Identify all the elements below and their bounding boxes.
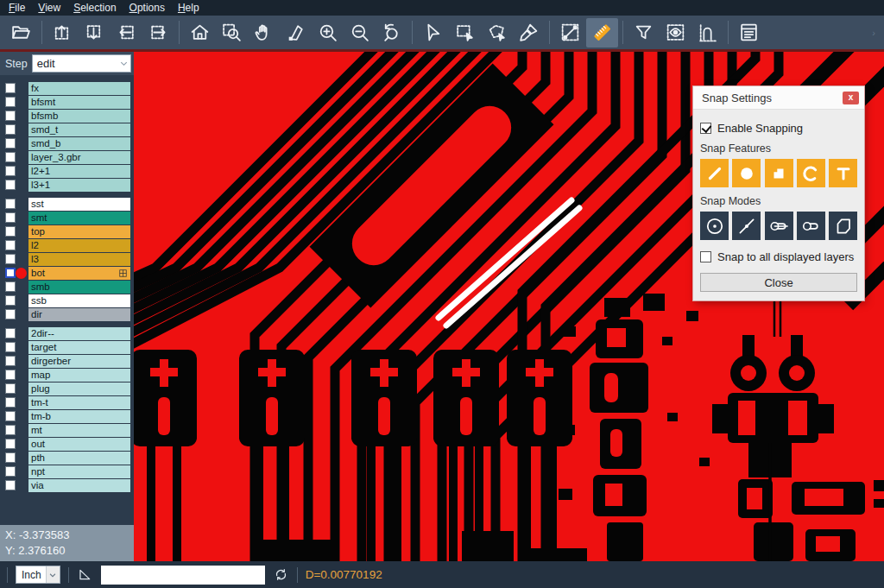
close-icon[interactable]: x [843,92,859,104]
layer-label[interactable]: tm-b [28,410,130,423]
select-arrow-button[interactable] [417,18,449,47]
sync-icon[interactable] [273,566,289,583]
layer-visibility-checkbox[interactable] [5,370,16,380]
layer-label[interactable]: l2 [28,239,130,252]
zoom-out-button[interactable] [344,18,376,47]
layer-label[interactable]: npt [28,465,130,478]
menu-selection[interactable]: Selection [73,2,116,14]
layer-visibility-checkbox[interactable] [5,439,16,449]
layer-visibility-checkbox[interactable] [5,111,16,121]
layer-visibility-checkbox[interactable] [5,166,16,176]
layer-visibility-checkbox[interactable] [5,281,16,292]
zoom-window-button[interactable] [216,18,248,47]
layer-label[interactable]: dirgerber [28,355,130,368]
select-rectangle-button[interactable] [449,18,481,47]
snap-center-button[interactable] [700,212,729,240]
layer-visibility-checkbox[interactable] [5,240,16,250]
snap-line-button[interactable] [700,159,729,187]
snap-contour-button[interactable] [829,212,857,240]
zoom-dynamic-button[interactable] [280,18,312,47]
layer-label[interactable]: bot [28,267,130,280]
layer-visibility-checkbox[interactable] [5,452,16,463]
angle-icon[interactable] [77,566,93,583]
menu-file[interactable]: File [9,2,25,14]
layer-visibility-checkbox[interactable] [5,383,16,394]
snap-point-on-line-button[interactable] [732,212,761,240]
filter-button[interactable] [628,18,660,47]
layer-visibility-checkbox[interactable] [5,411,16,421]
layer-label[interactable]: dir [28,308,130,321]
layer-visibility-checkbox[interactable] [5,138,16,149]
layer-label[interactable]: out [28,438,130,451]
coordinate-entry-input[interactable] [101,566,265,585]
layer-label[interactable]: smd_b [28,137,130,150]
layer-visibility-checkbox[interactable] [5,199,16,209]
menu-help[interactable]: Help [178,2,199,14]
layer-label[interactable]: map [28,369,130,382]
snap-all-layers-checkbox[interactable] [700,251,711,262]
layer-label[interactable]: l2+1 [28,165,130,178]
enable-snapping-checkbox[interactable] [700,123,711,134]
home-view-button[interactable] [184,18,216,47]
layer-label[interactable]: fx [28,82,130,95]
layer-visibility-checkbox[interactable] [5,180,16,190]
layer-label[interactable]: bfsmt [28,96,130,109]
grid-icon[interactable] [119,269,127,277]
layer-visibility-checkbox[interactable] [5,124,16,135]
layer-label[interactable]: sst [28,198,130,211]
layer-visibility-checkbox[interactable] [5,226,16,237]
layer-label[interactable]: ssb [28,294,130,307]
layer-label[interactable]: l3+1 [28,179,130,192]
layer-visibility-checkbox[interactable] [5,425,16,435]
layer-label[interactable]: mt [28,424,130,437]
layer-label[interactable]: smd_t [28,123,130,136]
pan-hand-button[interactable] [248,18,280,47]
layer-label[interactable]: layer_3.gbr [28,151,130,164]
pan-left-button[interactable] [110,18,142,47]
net-trace-button[interactable] [691,18,723,47]
layer-visibility-checkbox[interactable] [5,342,16,352]
layer-visibility-checkbox[interactable] [5,254,16,264]
layer-visibility-checkbox[interactable] [5,212,16,223]
select-polygon-button[interactable] [481,18,513,47]
pan-right-button[interactable] [142,18,174,47]
layer-label[interactable]: pth [28,452,130,465]
layer-visibility-checkbox[interactable] [5,97,16,107]
layer-label[interactable]: smt [28,212,130,224]
unit-select[interactable]: Inch [16,566,60,584]
step-select[interactable]: edit [32,54,131,73]
toolbar-overflow-icon[interactable]: › [872,28,879,38]
layer-label[interactable]: top [28,225,130,238]
layer-visibility-checkbox[interactable] [5,295,16,306]
zoom-previous-button[interactable] [376,18,407,47]
layer-visibility-checkbox[interactable] [5,83,16,93]
snap-slot-button[interactable] [797,212,825,240]
layer-label[interactable]: target [28,341,130,354]
report-list-button[interactable] [733,18,765,47]
layer-label[interactable]: smb [28,281,130,294]
layer-visibility-checkbox[interactable] [5,466,16,477]
snap-surface-button[interactable] [765,159,793,187]
menu-options[interactable]: Options [129,2,165,14]
layer-visibility-checkbox[interactable] [5,268,16,278]
close-button[interactable]: Close [700,273,857,292]
pan-up-button[interactable] [47,18,79,47]
snap-text-button[interactable] [829,159,857,187]
open-folder-button[interactable] [5,18,37,47]
zoom-in-button[interactable] [312,18,344,47]
pan-down-button[interactable] [79,18,110,47]
snap-arc-button[interactable] [797,159,825,187]
layer-label[interactable]: bfsmb [28,110,130,123]
snap-slot-center-button[interactable] [765,212,793,240]
measure-distance-button[interactable] [554,18,586,47]
layer-label[interactable]: via [28,479,130,492]
layer-label[interactable]: l3 [28,253,130,266]
snap-circle-button[interactable] [732,159,761,187]
layer-label[interactable]: plug [28,383,130,395]
layer-visibility-checkbox[interactable] [5,356,16,366]
menu-view[interactable]: View [38,2,60,14]
layer-label[interactable]: tm-t [28,396,130,409]
paint-brush-button[interactable] [513,18,545,47]
layer-visibility-checkbox[interactable] [5,328,16,338]
layer-visibility-checkbox[interactable] [5,480,16,490]
